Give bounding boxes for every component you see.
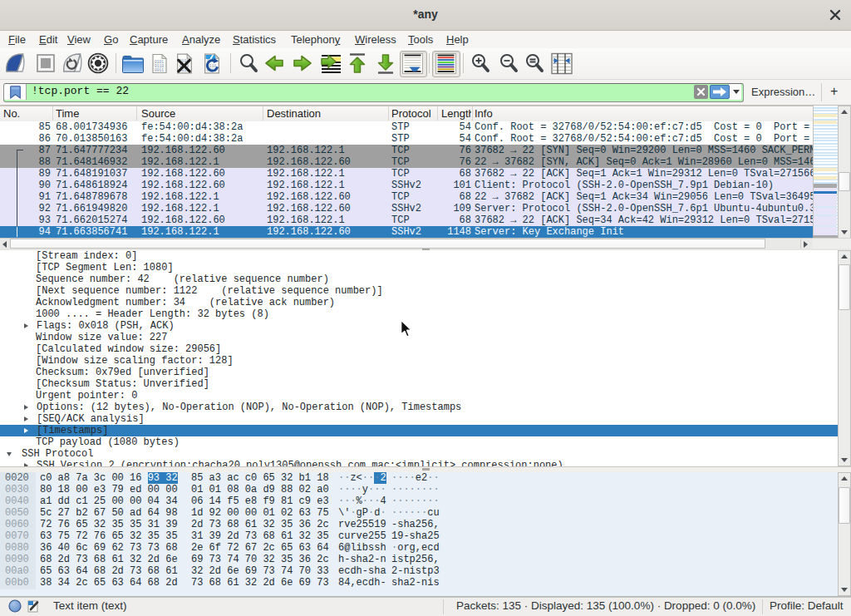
svg-text:0011: 0011	[155, 68, 164, 72]
